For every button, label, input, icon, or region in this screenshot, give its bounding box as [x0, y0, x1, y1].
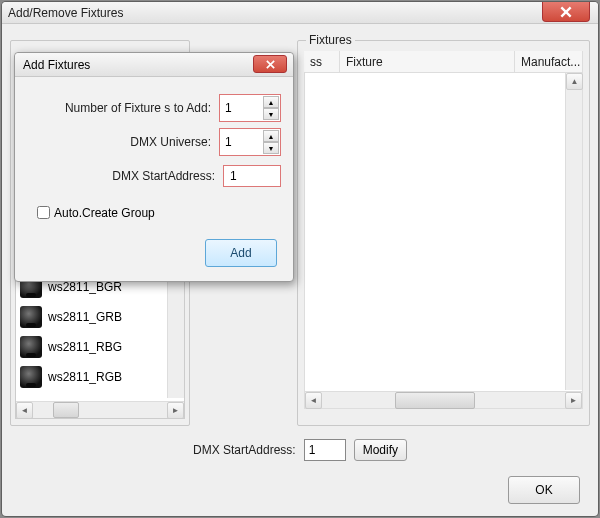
- scroll-track[interactable]: [322, 392, 565, 409]
- num-fixtures-spinner: ▲ ▼: [219, 94, 281, 122]
- num-fixtures-label: Number of Fixture s to Add:: [65, 101, 211, 115]
- dmx-start-row: DMX StartAddress:: [27, 159, 281, 193]
- dmx-start-dialog-input[interactable]: [223, 165, 281, 187]
- scroll-left-icon[interactable]: ◄: [16, 402, 33, 419]
- add-button[interactable]: Add: [205, 239, 277, 267]
- column-manufacturer[interactable]: Manufact...: [515, 51, 583, 72]
- dmx-start-input[interactable]: [304, 439, 346, 461]
- fixture-type-items: ws2811_BGR ws2811_GRB ws2811_RBG ws2811_…: [16, 272, 167, 398]
- fixture-icon: [20, 336, 42, 358]
- close-icon: [265, 59, 276, 70]
- spin-down-button[interactable]: ▼: [263, 142, 279, 154]
- dmx-universe-spinner: ▲ ▼: [219, 128, 281, 156]
- main-close-button[interactable]: [542, 2, 590, 22]
- fixtures-hscroll[interactable]: ◄ ►: [305, 391, 582, 408]
- ok-button[interactable]: OK: [508, 476, 580, 504]
- column-fixture[interactable]: Fixture: [340, 51, 515, 72]
- bottom-controls: DMX StartAddress: Modify: [2, 439, 598, 461]
- fixture-icon: [20, 306, 42, 328]
- dmx-universe-row: DMX Universe: ▲ ▼: [27, 125, 281, 159]
- spin-up-button[interactable]: ▲: [263, 130, 279, 142]
- dmx-start-label: DMX StartAddress:: [193, 443, 296, 457]
- dialog-title: Add Fixtures: [23, 58, 90, 72]
- auto-create-group-label: Auto.Create Group: [54, 206, 155, 220]
- fixtures-table-header: ss Fixture Manufact...: [304, 51, 583, 73]
- spin-down-button[interactable]: ▼: [263, 108, 279, 120]
- fixtures-table-body[interactable]: ▲ ◄ ►: [304, 73, 583, 409]
- fixtures-vscroll[interactable]: ▲: [565, 73, 582, 390]
- fixtures-groupbox: Fixtures ss Fixture Manufact... ▲ ◄ ►: [297, 40, 590, 426]
- close-icon: [559, 5, 573, 19]
- fixtures-group-label: Fixtures: [306, 33, 355, 47]
- fixture-type-label: ws2811_GRB: [48, 310, 122, 324]
- dialog-close-button[interactable]: [253, 55, 287, 73]
- dialog-titlebar[interactable]: Add Fixtures: [15, 53, 293, 77]
- scroll-left-icon[interactable]: ◄: [305, 392, 322, 409]
- scroll-right-icon[interactable]: ►: [565, 392, 582, 409]
- scroll-track[interactable]: [33, 402, 167, 418]
- num-fixtures-input[interactable]: [221, 96, 263, 120]
- column-ss[interactable]: ss: [304, 51, 340, 72]
- main-window-title: Add/Remove Fixtures: [8, 6, 123, 20]
- list-item[interactable]: ws2811_GRB: [16, 302, 167, 332]
- list-item[interactable]: ws2811_RBG: [16, 332, 167, 362]
- spin-up-button[interactable]: ▲: [263, 96, 279, 108]
- modify-button[interactable]: Modify: [354, 439, 407, 461]
- add-fixtures-dialog: Add Fixtures Number of Fixture s to Add:…: [14, 52, 294, 282]
- fixture-type-label: ws2811_RBG: [48, 340, 122, 354]
- fixture-type-label: ws2811_RGB: [48, 370, 122, 384]
- fixture-type-list[interactable]: ws2811_BGR ws2811_GRB ws2811_RBG ws2811_…: [15, 271, 185, 419]
- main-titlebar: Add/Remove Fixtures: [2, 2, 598, 24]
- scroll-thumb[interactable]: [395, 392, 475, 409]
- dialog-body: Number of Fixture s to Add: ▲ ▼ DMX Univ…: [15, 77, 293, 232]
- dmx-universe-input[interactable]: [221, 130, 263, 154]
- scroll-up-icon[interactable]: ▲: [566, 73, 583, 90]
- fixture-list-vscroll[interactable]: [167, 272, 184, 398]
- main-window: Add/Remove Fixtures ws2811_BGR ws2811_GR…: [2, 2, 598, 516]
- main-body: ws2811_BGR ws2811_GRB ws2811_RBG ws2811_…: [2, 24, 598, 516]
- fixture-list-hscroll[interactable]: ◄ ►: [16, 401, 184, 418]
- num-fixtures-row: Number of Fixture s to Add: ▲ ▼: [27, 91, 281, 125]
- auto-create-group-checkbox[interactable]: [37, 206, 50, 219]
- fixture-type-label: ws2811_BGR: [48, 280, 122, 294]
- auto-create-group-row: Auto.Create Group: [33, 203, 281, 222]
- fixture-icon: [20, 366, 42, 388]
- dmx-start-dialog-label: DMX StartAddress:: [112, 169, 215, 183]
- scroll-right-icon[interactable]: ►: [167, 402, 184, 419]
- dmx-universe-label: DMX Universe:: [130, 135, 211, 149]
- list-item[interactable]: ws2811_RGB: [16, 362, 167, 392]
- scroll-thumb[interactable]: [53, 402, 79, 418]
